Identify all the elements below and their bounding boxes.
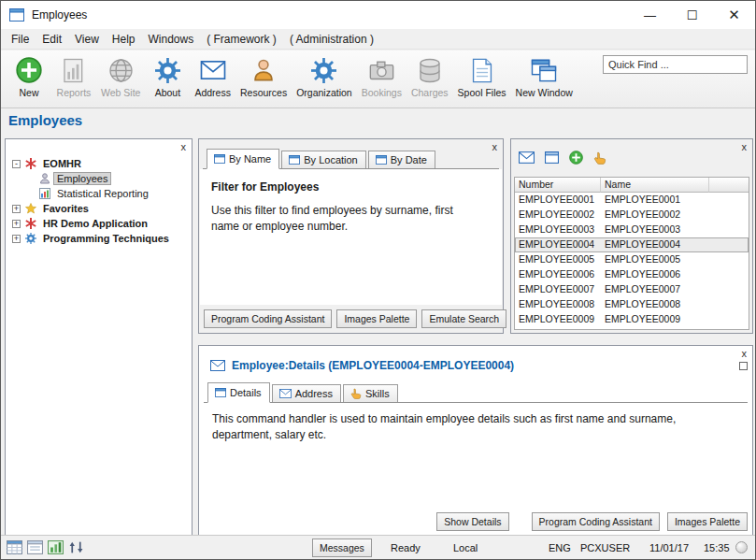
menu-framework[interactable]: ( Framework ) bbox=[200, 31, 283, 48]
chart-icon[interactable] bbox=[48, 539, 64, 555]
add-icon[interactable] bbox=[569, 151, 583, 165]
program-coding-assistant-button[interactable]: Program Coding Assistant bbox=[204, 309, 332, 328]
window-icon bbox=[289, 155, 300, 165]
details-panel-maximize-icon[interactable] bbox=[739, 362, 748, 370]
expand-icon[interactable]: + bbox=[12, 235, 21, 243]
minimize-button[interactable]: — bbox=[629, 1, 671, 29]
images-palette-button[interactable]: Images Palette bbox=[667, 512, 748, 531]
table-row[interactable]: EMPLOYEE0005EMPLOYEE0005 bbox=[515, 252, 749, 267]
close-button[interactable]: ✕ bbox=[713, 1, 755, 29]
window-icon bbox=[215, 388, 226, 397]
filter-heading: Filter for Employees bbox=[211, 180, 491, 194]
table-row[interactable]: EMPLOYEE0006EMPLOYEE0006 bbox=[515, 267, 749, 282]
toolbar-button-bookings[interactable]: Bookings bbox=[357, 54, 407, 99]
menu-help[interactable]: Help bbox=[106, 31, 142, 48]
envelope-icon bbox=[279, 389, 292, 398]
gear-icon bbox=[311, 55, 336, 85]
table-row[interactable]: EMPLOYEE0003EMPLOYEE0003 bbox=[515, 223, 749, 237]
emulate-search-button[interactable]: Emulate Search bbox=[421, 309, 506, 328]
navigation-tree: - EOMHR Employees Statistical Reporting bbox=[7, 156, 190, 246]
toolbar-button-organization[interactable]: Organization bbox=[292, 54, 357, 99]
collapse-icon[interactable]: - bbox=[12, 160, 21, 168]
status-time: 15:35 bbox=[704, 542, 730, 553]
envelope-icon bbox=[200, 55, 226, 85]
tree-item-programming-techniques[interactable]: + Programming Techniques bbox=[7, 231, 190, 246]
menu-administration[interactable]: ( Administration ) bbox=[283, 31, 380, 48]
document-icon bbox=[472, 55, 492, 85]
table-row[interactable]: EMPLOYEE0007EMPLOYEE0007 bbox=[515, 282, 749, 297]
tree-item-statistical-reporting[interactable]: Statistical Reporting bbox=[7, 186, 190, 201]
table-row[interactable]: EMPLOYEE0009EMPLOYEE0009 bbox=[515, 312, 749, 327]
camera-icon bbox=[369, 55, 394, 85]
program-coding-assistant-button[interactable]: Program Coding Assistant bbox=[532, 512, 660, 531]
tree-item-employees[interactable]: Employees bbox=[7, 171, 190, 186]
toolbar-button-spoolfiles[interactable]: Spool Files bbox=[453, 54, 511, 99]
application-window: Employees — ☐ ✕ File Edit View Help Wind… bbox=[0, 0, 756, 560]
mail-icon[interactable] bbox=[519, 151, 535, 164]
tree-item-hr-demo-application[interactable]: + HR Demo Application bbox=[7, 216, 190, 231]
bar-chart-icon bbox=[38, 188, 50, 200]
person-icon bbox=[38, 173, 50, 185]
table-row[interactable]: EMPLOYEE0001EMPLOYEE0001 bbox=[515, 193, 749, 208]
tree-panel-close-icon[interactable]: x bbox=[178, 140, 190, 153]
tree-item-favorites[interactable]: + Favorites bbox=[7, 201, 190, 216]
menu-file[interactable]: File bbox=[5, 31, 36, 48]
tab-address[interactable]: Address bbox=[272, 384, 341, 402]
toolbar-button-newwindow[interactable]: New Window bbox=[511, 54, 578, 99]
filter-description: Use this filter to find employees by sur… bbox=[211, 203, 470, 236]
filter-panel: x By Name By Location By Date Filter for… bbox=[198, 138, 504, 334]
window-title: Employees bbox=[32, 8, 87, 22]
gear-icon bbox=[24, 233, 36, 245]
person-icon bbox=[251, 55, 276, 85]
spreadsheet-icon[interactable] bbox=[7, 539, 22, 555]
list-panel-close-icon[interactable]: x bbox=[739, 140, 750, 153]
form-icon[interactable] bbox=[27, 539, 43, 555]
table-row-selected[interactable]: EMPLOYEE0004EMPLOYEE0004 bbox=[515, 237, 749, 252]
window-icon bbox=[376, 155, 387, 165]
show-details-button[interactable]: Show Details bbox=[436, 512, 508, 531]
status-user: PCXUSER bbox=[580, 542, 630, 553]
main-toolbar: New Reports Web Site About Address bbox=[1, 50, 755, 108]
toolbar-button-resources[interactable]: Resources bbox=[235, 54, 292, 99]
tab-details[interactable]: Details bbox=[207, 382, 270, 403]
details-panel-close-icon[interactable]: x bbox=[739, 347, 750, 360]
hand-icon[interactable] bbox=[593, 151, 606, 165]
menu-edit[interactable]: Edit bbox=[36, 31, 68, 48]
menu-view[interactable]: View bbox=[68, 31, 106, 48]
toolbar-button-about[interactable]: About bbox=[145, 54, 190, 99]
column-header-number[interactable]: Number bbox=[515, 178, 601, 193]
status-ready: Ready bbox=[391, 542, 421, 553]
toolbar-button-website[interactable]: Web Site bbox=[96, 54, 145, 99]
menu-windows[interactable]: Windows bbox=[142, 31, 201, 48]
gear-icon bbox=[155, 55, 180, 85]
details-tabs: Details Address Skills bbox=[204, 382, 748, 403]
table-row[interactable]: EMPLOYEE0008EMPLOYEE0008 bbox=[515, 297, 749, 312]
toolbar-button-reports[interactable]: Reports bbox=[51, 54, 96, 99]
app-icon bbox=[9, 8, 24, 22]
tab-by-date[interactable]: By Date bbox=[368, 151, 435, 168]
tree-item-eomhr[interactable]: - EOMHR bbox=[7, 156, 190, 171]
tab-skills[interactable]: Skills bbox=[343, 384, 398, 402]
application-icon bbox=[24, 218, 36, 230]
status-language: ENG bbox=[549, 542, 571, 553]
tab-by-location[interactable]: By Location bbox=[281, 151, 365, 168]
messages-button[interactable]: Messages bbox=[312, 538, 372, 557]
navigation-tree-panel: x - EOMHR Employees Statistical Reportin… bbox=[5, 138, 193, 537]
images-palette-button[interactable]: Images Palette bbox=[336, 309, 417, 328]
quick-find-input[interactable] bbox=[603, 55, 748, 74]
toolbar-button-address[interactable]: Address bbox=[190, 54, 235, 99]
employee-list-panel: x Number Name EMPLOYEE0001EMPLOYEE0001 E… bbox=[510, 138, 753, 334]
maximize-button[interactable]: ☐ bbox=[671, 1, 713, 29]
table-row[interactable]: EMPLOYEE0002EMPLOYEE0002 bbox=[515, 208, 749, 223]
page-title: Employees bbox=[8, 112, 82, 128]
toolbar-button-new[interactable]: New bbox=[7, 54, 51, 99]
window-icon[interactable] bbox=[545, 151, 559, 164]
status-indicator-icon bbox=[735, 541, 748, 553]
expand-icon[interactable]: + bbox=[12, 220, 21, 228]
tab-by-name[interactable]: By Name bbox=[207, 149, 279, 169]
column-header-name[interactable]: Name bbox=[601, 178, 709, 193]
sort-icon[interactable] bbox=[68, 539, 84, 555]
toolbar-button-charges[interactable]: Charges bbox=[407, 54, 453, 99]
filter-content: Filter for Employees Use this filter to … bbox=[200, 169, 502, 305]
expand-icon[interactable]: + bbox=[12, 205, 21, 213]
